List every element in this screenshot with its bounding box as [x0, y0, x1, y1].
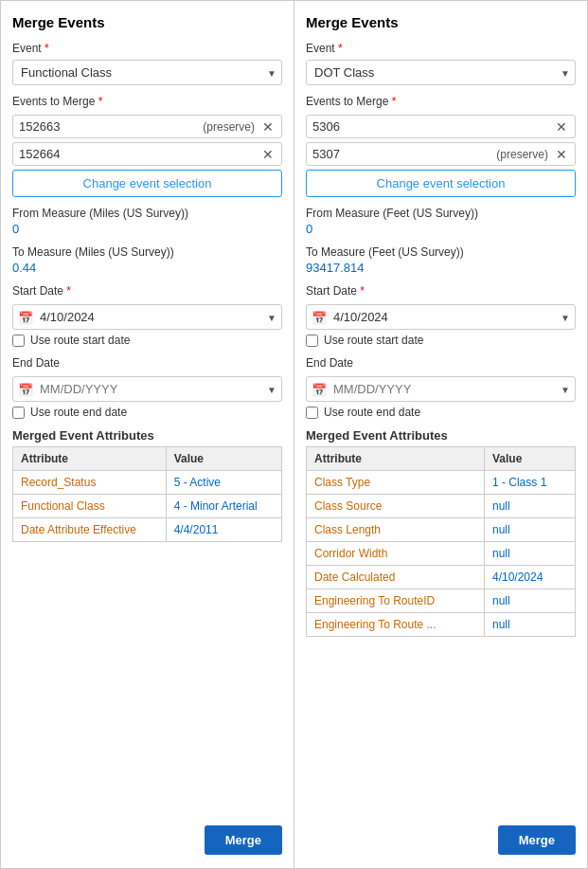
- right-value-cell-5: null: [484, 589, 575, 613]
- left-end-date-label: End Date: [12, 356, 282, 370]
- left-start-date-label: Start Date *: [12, 284, 282, 298]
- right-use-route-end-label: Use route end date: [324, 406, 420, 419]
- right-attributes-title: Merged Event Attributes: [306, 428, 576, 443]
- right-start-date-label: Start Date *: [306, 284, 576, 298]
- left-value-col-header: Value: [166, 447, 281, 471]
- left-events-label: Events to Merge *: [12, 95, 282, 108]
- left-table-row: Functional Class4 - Minor Arterial: [13, 495, 282, 518]
- left-event-close-0[interactable]: ✕: [260, 120, 276, 134]
- right-value-cell-6: null: [484, 613, 575, 637]
- right-attributes-table: Attribute Value Class Type1 - Class 1Cla…: [306, 446, 576, 637]
- left-attributes-table: Attribute Value Record_Status5 - ActiveF…: [12, 446, 282, 542]
- right-event-tag-1: (preserve): [496, 148, 548, 161]
- right-attr-cell-2: Class Length: [307, 518, 485, 542]
- right-panel: Merge Events Event * Functional Class DO…: [294, 1, 587, 868]
- right-events-label: Events to Merge *: [306, 95, 576, 108]
- left-value-cell-2: 4/4/2011: [166, 518, 281, 542]
- left-use-route-end-label: Use route end date: [30, 406, 127, 419]
- left-merge-button[interactable]: Merge: [205, 825, 282, 855]
- right-use-route-start-label: Use route start date: [324, 334, 423, 347]
- left-end-date-section: End Date 📅 ▼ Use route end date: [12, 356, 282, 419]
- right-value-cell-1: null: [484, 495, 575, 518]
- left-panel-title: Merge Events: [12, 14, 282, 30]
- left-attributes-section: Merged Event Attributes Attribute Value …: [12, 428, 282, 542]
- right-event-close-0[interactable]: ✕: [554, 120, 569, 134]
- right-attr-cell-1: Class Source: [307, 495, 485, 518]
- left-start-date-input[interactable]: [12, 304, 282, 330]
- right-change-event-button[interactable]: Change event selection: [306, 170, 576, 197]
- left-event-select-wrapper: Functional Class DOT Class ▼: [12, 60, 282, 85]
- left-event-row-1: 152664 ✕: [12, 142, 282, 166]
- right-attributes-section: Merged Event Attributes Attribute Value …: [306, 428, 576, 637]
- right-attr-cell-6: Engineering To Route ...: [307, 613, 485, 637]
- right-event-row-0: 5306 ✕: [306, 115, 576, 138]
- left-use-route-start-label: Use route start date: [30, 334, 130, 347]
- left-change-event-button[interactable]: Change event selection: [12, 170, 282, 197]
- left-use-route-end-row: Use route end date: [12, 406, 282, 419]
- left-to-measure: To Measure (Miles (US Survey)) 0.44: [12, 245, 282, 275]
- right-event-field: Event * Functional Class DOT Class ▼: [306, 42, 576, 85]
- right-value-cell-3: null: [484, 542, 575, 566]
- right-table-row: Corridor Widthnull: [307, 542, 576, 566]
- right-to-measure-value: 93417.814: [306, 261, 576, 275]
- left-attr-col-header: Attribute: [13, 447, 167, 471]
- right-use-route-end-checkbox[interactable]: [306, 407, 318, 419]
- right-value-cell-2: null: [484, 518, 575, 542]
- right-to-measure: To Measure (Feet (US Survey)) 93417.814: [306, 245, 576, 275]
- right-attr-cell-4: Date Calculated: [307, 566, 485, 589]
- right-value-col-header: Value: [484, 447, 575, 471]
- left-attributes-title: Merged Event Attributes: [12, 428, 282, 443]
- right-start-date-wrapper: 📅 ▼: [306, 304, 576, 330]
- right-value-cell-4: 4/10/2024: [484, 566, 575, 589]
- left-attr-cell-2: Date Attribute Effective: [13, 518, 167, 542]
- right-event-row-1: 5307 (preserve) ✕: [306, 142, 576, 166]
- right-start-date-input[interactable]: [306, 304, 576, 330]
- right-event-close-1[interactable]: ✕: [554, 148, 569, 161]
- right-to-measure-label: To Measure (Feet (US Survey)): [306, 245, 576, 259]
- right-end-date-wrapper: 📅 ▼: [306, 376, 576, 402]
- right-use-route-start-checkbox[interactable]: [306, 335, 318, 347]
- right-event-select-wrapper: Functional Class DOT Class ▼: [306, 60, 576, 85]
- right-attr-cell-3: Corridor Width: [307, 542, 485, 566]
- right-event-value-0: 5306: [312, 119, 548, 134]
- left-start-date-wrapper: 📅 ▼: [12, 304, 282, 330]
- right-events-to-merge: Events to Merge * 5306 ✕ 5307 (preserve)…: [306, 95, 576, 197]
- right-table-row: Date Calculated4/10/2024: [307, 566, 576, 589]
- right-event-label: Event *: [306, 42, 576, 55]
- left-panel: Merge Events Event * Functional Class DO…: [1, 1, 294, 868]
- right-attr-cell-0: Class Type: [307, 471, 485, 495]
- right-table-row: Engineering To RouteIDnull: [307, 589, 576, 613]
- right-event-select[interactable]: Functional Class DOT Class: [306, 60, 576, 85]
- left-events-to-merge: Events to Merge * 152663 (preserve) ✕ 15…: [12, 95, 282, 197]
- left-use-route-end-checkbox[interactable]: [12, 407, 25, 419]
- left-event-field: Event * Functional Class DOT Class ▼: [12, 42, 282, 85]
- right-table-row: Class Sourcenull: [307, 495, 576, 518]
- right-merge-button[interactable]: Merge: [498, 825, 576, 855]
- left-event-label: Event *: [12, 42, 282, 55]
- right-end-date-label: End Date: [306, 356, 576, 370]
- right-end-date-section: End Date 📅 ▼ Use route end date: [306, 356, 576, 419]
- right-from-measure-value: 0: [306, 222, 576, 236]
- left-event-row-0: 152663 (preserve) ✕: [12, 115, 282, 138]
- right-merge-btn-container: Merge: [306, 816, 576, 855]
- left-use-route-start-row: Use route start date: [12, 334, 282, 347]
- right-value-cell-0: 1 - Class 1: [484, 471, 575, 495]
- left-value-cell-0: 5 - Active: [166, 471, 281, 495]
- left-to-measure-label: To Measure (Miles (US Survey)): [12, 245, 282, 259]
- left-from-measure: From Measure (Miles (US Survey)) 0: [12, 207, 282, 236]
- left-event-value-1: 152664: [19, 147, 255, 161]
- right-end-date-input[interactable]: [306, 376, 576, 402]
- left-start-date-section: Start Date * 📅 ▼ Use route start date: [12, 284, 282, 347]
- left-event-close-1[interactable]: ✕: [260, 148, 276, 161]
- left-event-value-0: 152663: [19, 119, 203, 134]
- left-table-row: Date Attribute Effective4/4/2011: [13, 518, 282, 542]
- left-use-route-start-checkbox[interactable]: [12, 335, 25, 347]
- left-from-measure-value: 0: [12, 222, 282, 236]
- right-use-route-end-row: Use route end date: [306, 406, 576, 419]
- left-attr-cell-0: Record_Status: [13, 471, 167, 495]
- right-attr-cell-5: Engineering To RouteID: [307, 589, 485, 613]
- left-table-row: Record_Status5 - Active: [13, 471, 282, 495]
- left-end-date-input[interactable]: [12, 376, 282, 402]
- right-start-date-section: Start Date * 📅 ▼ Use route start date: [306, 284, 576, 347]
- left-event-select[interactable]: Functional Class DOT Class: [12, 60, 282, 85]
